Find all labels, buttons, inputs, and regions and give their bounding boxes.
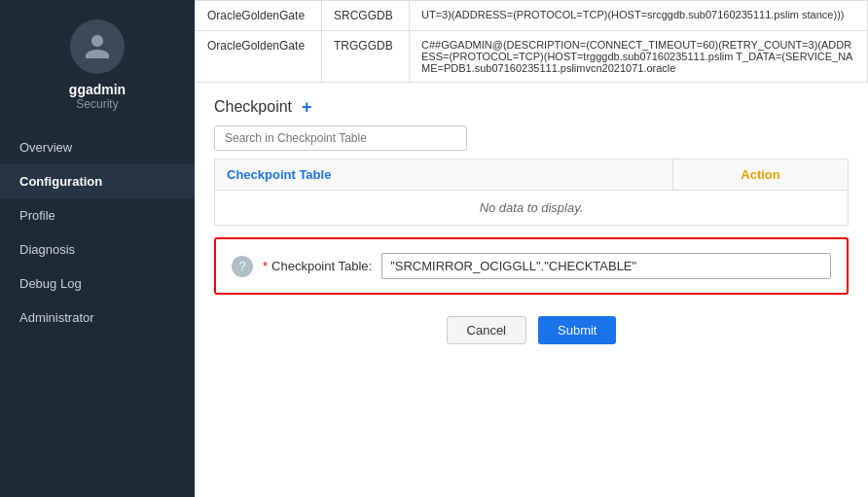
checkpoint-search-input[interactable]: [214, 125, 467, 151]
table-row: OracleGoldenGate SRCGGDB UT=3)(ADDRESS=(…: [196, 1, 868, 31]
form-actions: Cancel Submit: [195, 306, 868, 360]
role-label: Security: [76, 97, 118, 111]
checkpoint-section: Checkpoint + Checkpoint Table Action No …: [195, 83, 868, 226]
checkpoint-table-label: *Checkpoint Table:: [263, 259, 372, 273]
help-icon[interactable]: ?: [232, 256, 253, 277]
table-row: OracleGoldenGate TRGGGDB C##GGADMIN@(DES…: [196, 31, 868, 83]
alias-cell: TRGGGDB: [322, 31, 410, 83]
username-label: ggadmin: [69, 82, 126, 97]
domain-cell: OracleGoldenGate: [196, 1, 322, 31]
checkpoint-table-col-header: Checkpoint Table: [215, 160, 673, 191]
user-icon: [83, 32, 112, 61]
main-content: OracleGoldenGate SRCGGDB UT=3)(ADDRESS=(…: [195, 0, 868, 497]
sidebar-item-administrator[interactable]: Administrator: [0, 301, 195, 335]
sidebar-item-debug-log[interactable]: Debug Log: [0, 266, 195, 301]
connection-cell: C##GGADMIN@(DESCRIPTION=(CONNECT_TIMEOUT…: [410, 31, 868, 83]
sidebar-item-profile[interactable]: Profile: [0, 198, 195, 232]
action-col-header: Action: [673, 160, 849, 191]
sidebar-item-overview[interactable]: Overview: [0, 130, 195, 164]
sidebar-item-diagnosis[interactable]: Diagnosis: [0, 232, 195, 266]
sidebar-nav: Overview Configuration Profile Diagnosis…: [0, 130, 195, 335]
connection-cell: UT=3)(ADDRESS=(PROTOCOL=TCP)(HOST=srcggd…: [410, 1, 868, 31]
table-header-row: Checkpoint Table Action: [215, 160, 849, 191]
credentials-table: OracleGoldenGate SRCGGDB UT=3)(ADDRESS=(…: [195, 0, 868, 83]
no-data-cell: No data to display.: [215, 191, 849, 226]
checkpoint-title: Checkpoint: [214, 98, 292, 116]
checkpoint-form: ? *Checkpoint Table:: [214, 237, 849, 295]
no-data-row: No data to display.: [215, 191, 849, 226]
required-star: *: [263, 259, 268, 273]
cancel-button[interactable]: Cancel: [447, 316, 526, 344]
sidebar-item-configuration[interactable]: Configuration: [0, 164, 195, 198]
checkpoint-header: Checkpoint +: [214, 98, 849, 116]
domain-cell: OracleGoldenGate: [196, 31, 322, 83]
checkpoint-table-input[interactable]: [381, 253, 831, 279]
alias-cell: SRCGGDB: [322, 1, 410, 31]
avatar: [70, 19, 125, 74]
submit-button[interactable]: Submit: [538, 316, 616, 344]
sidebar: ggadmin Security Overview Configuration …: [0, 0, 195, 497]
checkpoint-add-button[interactable]: +: [302, 98, 312, 116]
checkpoint-table: Checkpoint Table Action No data to displ…: [214, 159, 849, 226]
